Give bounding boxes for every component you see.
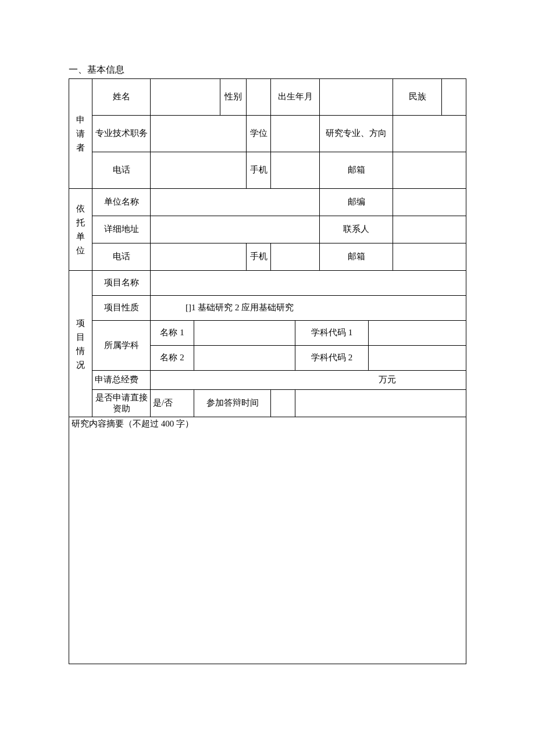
disc-name2-value[interactable] xyxy=(194,346,295,371)
applicant-mobile-label: 手机 xyxy=(247,152,271,189)
org-email-value[interactable] xyxy=(393,243,466,271)
org-addr-label: 详细地址 xyxy=(92,216,151,243)
org-mobile-value[interactable] xyxy=(271,243,320,271)
applicant-header: 申请者 xyxy=(69,79,92,189)
org-name-label: 单位名称 xyxy=(92,189,151,216)
org-phone-value[interactable] xyxy=(151,243,247,271)
abstract-body[interactable] xyxy=(69,431,466,664)
project-header: 项目情况 xyxy=(69,271,92,417)
ethnicity-label: 民族 xyxy=(393,79,442,116)
org-mobile-label: 手机 xyxy=(247,243,271,271)
defense-time-value2[interactable] xyxy=(295,390,466,417)
proj-nature-label: 项目性质 xyxy=(92,296,151,321)
discipline-label: 所属学科 xyxy=(92,321,151,371)
dob-label: 出生年月 xyxy=(271,79,320,116)
proj-name-value[interactable] xyxy=(151,271,466,296)
protitle-value[interactable] xyxy=(151,116,247,152)
ethnicity-value[interactable] xyxy=(442,79,466,116)
form-table: 申请者 姓名 性别 出生年月 民族 专业技术职务 学位 研究专业、方向 电话 手… xyxy=(69,78,466,664)
section-title: 一、基本信息 xyxy=(69,64,466,76)
abstract-label: 研究内容摘要（不超过 400 字） xyxy=(69,417,466,431)
fund-value[interactable]: 万元 xyxy=(151,371,466,390)
proj-nature-value[interactable]: []1 基础研究 2 应用基础研究 xyxy=(151,296,466,321)
org-zip-value[interactable] xyxy=(393,189,466,216)
disc-name2-label: 名称 2 xyxy=(151,346,194,371)
dob-value[interactable] xyxy=(320,79,393,116)
applicant-mobile-value[interactable] xyxy=(271,152,320,189)
disc-code1-label: 学科代码 1 xyxy=(295,321,369,346)
proj-name-label: 项目名称 xyxy=(92,271,151,296)
defense-time-value1[interactable] xyxy=(271,390,295,417)
applicant-email-label: 邮箱 xyxy=(320,152,393,189)
research-dir-value[interactable] xyxy=(393,116,466,152)
disc-name1-label: 名称 1 xyxy=(151,321,194,346)
disc-code2-label: 学科代码 2 xyxy=(295,346,369,371)
org-header: 依托单位 xyxy=(69,189,92,271)
name-value[interactable] xyxy=(151,79,220,116)
disc-name1-value[interactable] xyxy=(194,321,295,346)
degree-label: 学位 xyxy=(247,116,271,152)
disc-code1-value[interactable] xyxy=(369,321,466,346)
disc-code2-value[interactable] xyxy=(369,346,466,371)
fund-label: 申请总经费 xyxy=(92,371,151,390)
org-name-value[interactable] xyxy=(151,189,320,216)
protitle-label: 专业技术职务 xyxy=(92,116,151,152)
gender-label: 性别 xyxy=(220,79,247,116)
org-contact-value[interactable] xyxy=(393,216,466,243)
degree-value[interactable] xyxy=(271,116,320,152)
gender-value[interactable] xyxy=(247,79,271,116)
name-label: 姓名 xyxy=(92,79,151,116)
org-zip-label: 邮编 xyxy=(320,189,393,216)
org-email-label: 邮箱 xyxy=(320,243,393,271)
org-phone-label: 电话 xyxy=(92,243,151,271)
direct-fund-label: 是否申请直接资助 xyxy=(92,390,151,417)
org-contact-label: 联系人 xyxy=(320,216,393,243)
defense-time-label: 参加答辩时间 xyxy=(194,390,271,417)
direct-fund-value[interactable]: 是/否 xyxy=(151,390,194,417)
applicant-email-value[interactable] xyxy=(393,152,466,189)
research-dir-label: 研究专业、方向 xyxy=(320,116,393,152)
applicant-phone-value[interactable] xyxy=(151,152,247,189)
org-addr-value[interactable] xyxy=(151,216,320,243)
applicant-phone-label: 电话 xyxy=(92,152,151,189)
